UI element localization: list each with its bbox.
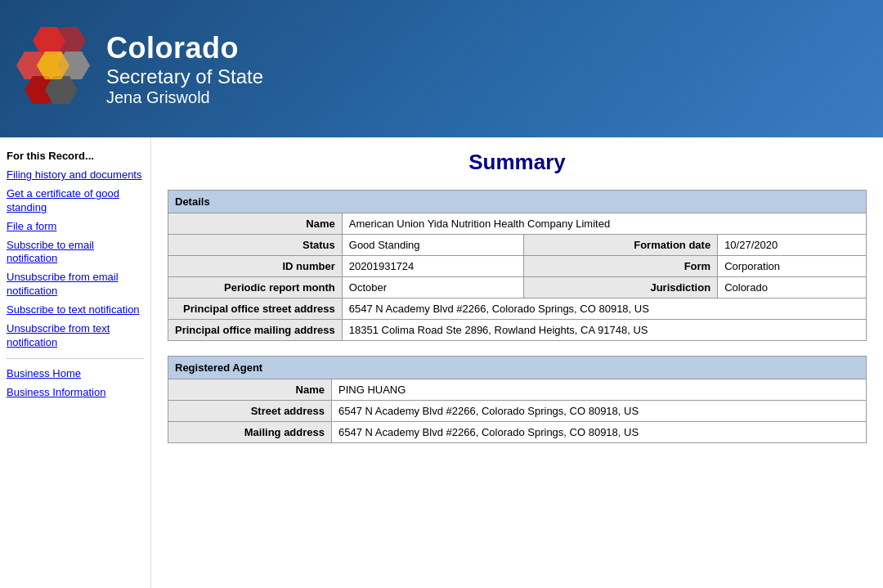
main-container: For this Record... Filing history and do… — [0, 137, 883, 588]
id-label: ID number — [168, 256, 343, 277]
agent-mailing-label: Mailing address — [168, 422, 332, 443]
table-row: Periodic report month October Jurisdicti… — [168, 277, 867, 298]
formation-date-label: Formation date — [523, 235, 717, 256]
mailing-address-value: 18351 Colima Road Ste 2896, Rowland Heig… — [342, 320, 866, 341]
header-text: Colorado Secretary of State Jena Griswol… — [106, 31, 263, 107]
sidebar-link-unsubscribe-email[interactable]: Unsubscribe from email notification — [7, 271, 144, 298]
name-value: American Union Yida Nutrition Health Com… — [342, 213, 866, 235]
sidebar-divider — [7, 358, 144, 359]
formation-date-value: 10/27/2020 — [718, 235, 867, 256]
table-row: Name PING HUANG — [168, 379, 867, 401]
periodic-report-label: Periodic report month — [168, 277, 343, 298]
id-value: 20201931724 — [342, 256, 523, 277]
sidebar-link-business-home[interactable]: Business Home — [7, 367, 144, 381]
sidebar-link-unsubscribe-text[interactable]: Unsubscribe from text notification — [7, 322, 144, 350]
status-value: Good Standing — [342, 235, 523, 256]
sidebar-link-certificate[interactable]: Get a certificate of good standing — [7, 187, 144, 215]
jurisdiction-label: Jurisdiction — [523, 277, 717, 298]
table-row: Principal office street address 6547 N A… — [168, 298, 867, 320]
table-row: Street address 6547 N Academy Blvd #2266… — [168, 401, 867, 422]
table-row: Status Good Standing Formation date 10/2… — [168, 235, 867, 256]
header: Colorado Secretary of State Jena Griswol… — [0, 0, 883, 137]
jurisdiction-value: Colorado — [718, 277, 867, 298]
agent-street-value: 6547 N Academy Blvd #2266, Colorado Spri… — [332, 401, 867, 422]
periodic-report-value: October — [342, 277, 523, 298]
state-name: Colorado — [106, 31, 263, 65]
street-address-label: Principal office street address — [168, 298, 343, 320]
details-table: Details Name American Union Yida Nutriti… — [168, 190, 867, 341]
sidebar-link-filing-history[interactable]: Filing history and documents — [7, 168, 144, 182]
official-name: Jena Griswold — [106, 88, 263, 107]
registered-agent-table: Registered Agent Name PING HUANG Street … — [168, 356, 867, 443]
mailing-address-label: Principal office mailing address — [168, 320, 343, 341]
content-area: Summary Details Name American Union Yida… — [151, 137, 883, 588]
sidebar-link-business-info[interactable]: Business Information — [7, 386, 144, 400]
name-label: Name — [168, 213, 343, 235]
sidebar-link-subscribe-text[interactable]: Subscribe to text notification — [7, 303, 144, 317]
table-row: Name American Union Yida Nutrition Healt… — [168, 213, 867, 235]
department-name: Secretary of State — [106, 65, 263, 88]
details-header: Details — [168, 191, 867, 213]
page-title: Summary — [168, 150, 867, 175]
agent-name-value: PING HUANG — [332, 379, 867, 401]
agent-name-label: Name — [168, 379, 332, 401]
registered-agent-header: Registered Agent — [168, 357, 867, 379]
table-row: ID number 20201931724 Form Corporation — [168, 256, 867, 277]
agent-mailing-value: 6547 N Academy Blvd #2266, Colorado Spri… — [332, 422, 867, 443]
table-row: Mailing address 6547 N Academy Blvd #226… — [168, 422, 867, 443]
street-address-value: 6547 N Academy Blvd #2266, Colorado Spri… — [342, 298, 866, 320]
table-row: Principal office mailing address 18351 C… — [168, 320, 867, 341]
agent-street-label: Street address — [168, 401, 332, 422]
sidebar-link-subscribe-email[interactable]: Subscribe to email notification — [7, 239, 144, 267]
status-label: Status — [168, 235, 343, 256]
form-value: Corporation — [718, 256, 867, 277]
form-label: Form — [523, 256, 717, 277]
sidebar: For this Record... Filing history and do… — [0, 137, 151, 588]
logo — [16, 23, 106, 115]
sidebar-section-title: For this Record... — [7, 150, 144, 162]
sidebar-link-file-form[interactable]: File a form — [7, 220, 144, 234]
